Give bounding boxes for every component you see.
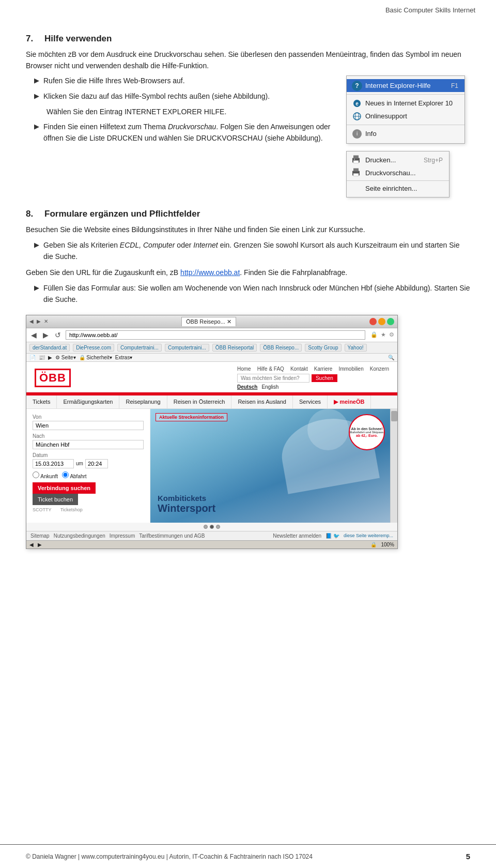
browser-favorites-bar: derStandard.at DiePresse.com Computertra… (26, 342, 397, 354)
obb-form-area: Von Nach Datum um (26, 409, 150, 523)
obb-nav-ausland[interactable]: Reisen ins Ausland (231, 395, 293, 408)
address-star-icon: ★ (381, 331, 386, 338)
section7-intro: Sie möchten zB vor dem Ausdruck eine Dru… (26, 49, 470, 71)
section8-bullet-1: ▶ Geben Sie als Kriterien ECDL, Computer… (34, 240, 470, 262)
obb-nav-ermaessigung[interactable]: Ermäßigungskarten (57, 395, 119, 408)
svg-text:e: e (355, 101, 359, 106)
obb-promo-text: Kombitickets Wintersport (158, 494, 215, 514)
browser-refresh-btn[interactable]: ↺ (53, 331, 63, 339)
bullet-arrow-1: ▶ (34, 77, 39, 87)
oebb-link[interactable]: http://www.oebb.at (180, 268, 240, 277)
bullet-item-1: ▶ Rufen Sie die Hilfe Ihres Web-Browsers… (34, 75, 336, 87)
obb-nav-top: Home Hilfe & FAQ Kontakt Karriere Immobi… (237, 366, 389, 372)
print-menu-item-setup: Seite einrichten... (347, 182, 449, 195)
address-tools-icon: ⚙ (389, 331, 394, 338)
browser-close-btn[interactable] (369, 318, 377, 325)
obb-logo: ÖBB (35, 369, 71, 387)
section8-title: Formulare ergänzen und Pflichtfelder (44, 209, 200, 219)
obb-nav-meine[interactable]: ▶ meineÖB (328, 395, 371, 408)
section7-heading: 7. Hilfe verwenden (26, 34, 470, 44)
help-icon: ? (352, 81, 362, 91)
obb-form-input-von[interactable] (33, 421, 144, 430)
obb-form-row-datum: Datum um (33, 452, 144, 468)
browser-max-btn[interactable] (387, 318, 394, 325)
fav-item-obb2[interactable]: ÖBB Reisepo... (260, 344, 302, 352)
bullet-text-2: Klicken Sie dazu auf das Hilfe-Symbol re… (43, 91, 270, 102)
obb-form-input-nach[interactable] (33, 440, 144, 449)
section8-url-text: Geben Sie den URL für die Zugauskunft ei… (26, 267, 470, 279)
obb-header: ÖBB Home Hilfe & FAQ Kontakt Karriere Im… (26, 362, 397, 392)
ie-menu-item-new: e Neues in Internet Explorer 10 (347, 97, 464, 110)
obb-nav-tickets[interactable]: Tickets (26, 395, 57, 408)
obb-form-label-nach: Nach (33, 433, 144, 439)
obb-footer-right: Newsletter anmelden 📘 🐦 diese Seite weit… (273, 533, 393, 539)
obb-main-nav: Tickets Ermäßigungskarten Reiseplanung R… (26, 395, 397, 409)
obb-radio-ankunft[interactable]: Ankunft (33, 471, 58, 479)
obb-website: ÖBB Home Hilfe & FAQ Kontakt Karriere Im… (26, 362, 397, 549)
info-icon: i (352, 129, 362, 139)
bullet-arrow-s8-1: ▶ (34, 241, 39, 262)
obb-radio-abfahrt[interactable]: Abfahrt (62, 471, 86, 479)
section7-col-left: ▶ Rufen Sie die Hilfe Ihres Web-Browsers… (26, 75, 336, 197)
obb-nav-oesterreich[interactable]: Reisen in Österreich (167, 395, 232, 408)
ie-menu-item-online: Onlinesupport (347, 110, 464, 123)
bullet-text-3: Wählen Sie den Eintrag INTERNET EXPLORER… (47, 108, 226, 116)
section7-title: Hilfe verwenden (44, 34, 112, 44)
fav-item-obb1[interactable]: ÖBB Reiseportal (212, 344, 257, 352)
obb-content-area: Von Nach Datum um (26, 409, 397, 523)
print-menu: Drucken... Strg+P Druckvorschau... (346, 151, 450, 197)
obb-form-input-time[interactable] (85, 459, 108, 468)
obb-verbindung-btn[interactable]: Verbindung suchen (33, 482, 96, 494)
print-menu-item-preview: Druckvorschau... (347, 166, 449, 179)
footer-page-number: 5 (466, 852, 470, 861)
obb-promo-badge: Ab in den Schnee! Bahnfahrt und Skipass … (349, 414, 385, 450)
fav-item-ct2[interactable]: Computertraini... (165, 344, 209, 352)
fav-item-yahoo[interactable]: Yahoo! (345, 344, 367, 352)
obb-lang-selector: Deutsch English (237, 384, 389, 390)
obb-form-label-datum: Datum (33, 452, 144, 458)
obb-ticket-btn[interactable]: Ticket buchen (33, 494, 78, 505)
obb-scrollbar[interactable] (390, 409, 397, 523)
section8-number: 8. (26, 209, 38, 219)
bullet-text-4: Finden Sie einen Hilfetext zum Thema Dru… (43, 121, 336, 144)
browser-toolbar2: 📄 📰 ▶ ⚙ Seite▾ 🔒 Sicherheit▾ Extras▾ 🔍 (26, 354, 397, 362)
section7-col-right: ? Internet Explorer-Hilfe F1 e Neues in … (346, 75, 470, 197)
svg-rect-7 (353, 160, 359, 163)
print-menu-item-print: Drucken... Strg+P (347, 154, 449, 166)
obb-form-row-von: Von (33, 414, 144, 430)
browser-back-btn[interactable]: ◀ (29, 331, 38, 339)
nav-dot-1 (204, 525, 208, 529)
svg-rect-8 (354, 159, 355, 159)
obb-promo-subtitle: Wintersport (158, 502, 215, 514)
obb-search-btn[interactable]: Suchen (312, 374, 337, 382)
ie-menu-item-info: i Info (347, 127, 464, 140)
browser-min-btn[interactable] (378, 318, 385, 325)
obb-form-input-datum[interactable] (33, 459, 74, 468)
ie-menu-divider-1 (347, 94, 464, 95)
ie-menu-item-help: ? Internet Explorer-Hilfe F1 (347, 79, 464, 92)
bullet-text-s8-1: Geben Sie als Kriterien ECDL, Computer o… (43, 240, 470, 262)
obb-right-header: Home Hilfe & FAQ Kontakt Karriere Immobi… (237, 366, 389, 390)
obb-search-input[interactable] (237, 374, 309, 383)
ie-help-menu: ? Internet Explorer-Hilfe F1 e Neues in … (346, 75, 465, 144)
browser-tab: ÖBB Reisepo... ✕ (181, 317, 236, 326)
fav-item-ct1[interactable]: Computertraini... (117, 344, 162, 352)
browser-forward-btn[interactable]: ▶ (41, 331, 50, 339)
preview-icon (351, 167, 361, 178)
fav-item-presse[interactable]: DiePresse.com (73, 344, 114, 352)
fav-item-scotty[interactable]: Scotty Group (305, 344, 341, 352)
section8-heading: 8. Formulare ergänzen und Pflichtfelder (26, 209, 470, 219)
obb-nav-services[interactable]: Services (293, 395, 328, 408)
address-input[interactable] (66, 330, 365, 340)
section8-intro: Besuchen Sie die Website eines Bildungsi… (26, 224, 470, 236)
printer-icon (351, 155, 361, 165)
obb-nav-reiseplanung[interactable]: Reiseplanung (119, 395, 167, 408)
nav-dot-2 (210, 525, 214, 529)
obb-strecken-info[interactable]: Aktuelle Streckeninformation (156, 413, 227, 421)
section7-number: 7. (26, 34, 38, 44)
ie-new-icon: e (352, 98, 362, 109)
obb-form-buttons: Verbindung suchen Ticket buchen (33, 479, 144, 505)
fav-item-standard[interactable]: derStandard.at (29, 344, 70, 352)
header-title: Basic Computer Skills Internet (385, 6, 475, 14)
bullet-text-s8-2: Füllen Sie das Formular aus: Sie wollen … (43, 283, 470, 305)
